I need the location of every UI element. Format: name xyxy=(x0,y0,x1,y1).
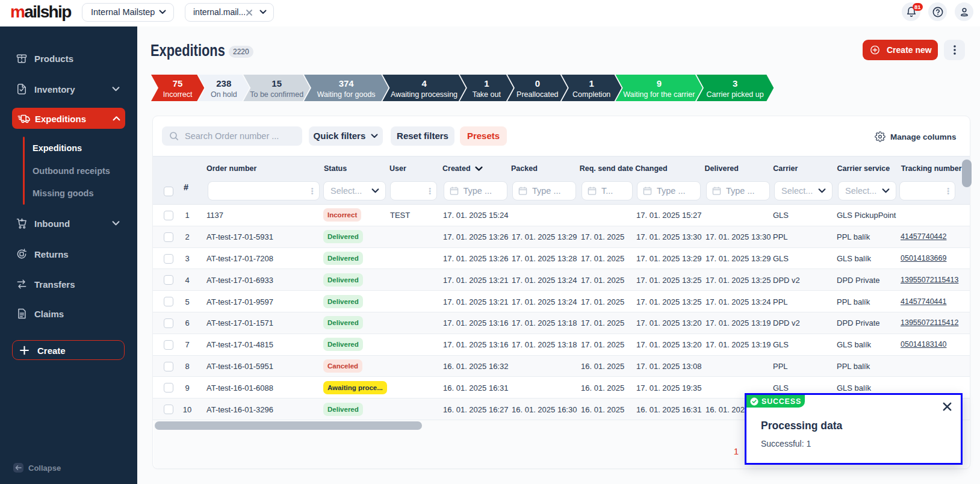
svg-text:Carrier picked up: Carrier picked up xyxy=(707,90,764,99)
svg-text:0: 0 xyxy=(535,78,540,88)
svg-text:Incorrect: Incorrect xyxy=(163,90,193,99)
svg-text:Awaiting processing: Awaiting processing xyxy=(391,90,457,99)
svg-text:9: 9 xyxy=(657,78,662,88)
svg-text:Waiting for the carrier: Waiting for the carrier xyxy=(623,90,695,99)
svg-text:75: 75 xyxy=(173,78,183,88)
svg-text:Preallocated: Preallocated xyxy=(516,90,559,99)
svg-text:1: 1 xyxy=(589,78,594,88)
svg-text:Waiting for goods: Waiting for goods xyxy=(317,90,376,99)
svg-text:374: 374 xyxy=(339,78,355,88)
svg-text:238: 238 xyxy=(216,78,231,88)
svg-text:On hold: On hold xyxy=(211,90,237,99)
svg-text:1: 1 xyxy=(484,78,489,88)
svg-text:To be confirmed: To be confirmed xyxy=(250,90,303,99)
svg-text:4: 4 xyxy=(421,78,427,88)
svg-text:15: 15 xyxy=(271,78,282,88)
svg-text:Take out: Take out xyxy=(473,90,501,99)
svg-text:Completion: Completion xyxy=(572,90,610,99)
svg-text:3: 3 xyxy=(733,78,737,88)
